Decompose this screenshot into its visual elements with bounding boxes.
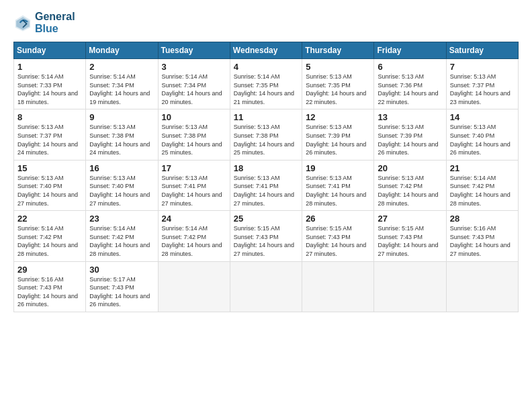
day-info: Sunrise: 5:13 AMSunset: 7:39 PMDaylight:… (306, 123, 370, 156)
day-number: 3 (162, 62, 226, 72)
table-row: 19Sunrise: 5:13 AMSunset: 7:41 PMDayligh… (302, 160, 374, 210)
table-row: 7Sunrise: 5:13 AMSunset: 7:37 PMDaylight… (446, 59, 518, 109)
day-number: 27 (378, 214, 442, 224)
day-number: 2 (89, 62, 154, 72)
table-row: 8Sunrise: 5:13 AMSunset: 7:37 PMDaylight… (14, 109, 86, 160)
day-info: Sunrise: 5:16 AMSunset: 7:43 PMDaylight:… (450, 224, 515, 258)
day-number: 23 (89, 214, 154, 224)
day-number: 24 (162, 214, 226, 224)
day-number: 26 (306, 214, 370, 224)
day-info: Sunrise: 5:13 AMSunset: 7:38 PMDaylight:… (234, 123, 298, 156)
col-sunday: Sunday (14, 42, 86, 59)
col-tuesday: Tuesday (158, 42, 230, 59)
table-row: 12Sunrise: 5:13 AMSunset: 7:39 PMDayligh… (302, 109, 374, 160)
header: General Blue (13, 11, 519, 35)
logo-icon (13, 13, 32, 32)
day-info: Sunrise: 5:13 AMSunset: 7:36 PMDaylight:… (378, 73, 442, 106)
table-row: 28Sunrise: 5:16 AMSunset: 7:43 PMDayligh… (446, 211, 518, 261)
day-info: Sunrise: 5:14 AMSunset: 7:42 PMDaylight:… (162, 224, 226, 258)
day-info: Sunrise: 5:13 AMSunset: 7:40 PMDaylight:… (450, 123, 515, 156)
col-monday: Monday (86, 42, 158, 59)
table-row: 20Sunrise: 5:13 AMSunset: 7:42 PMDayligh… (374, 160, 446, 210)
table-row (158, 261, 230, 312)
table-row (374, 261, 446, 312)
day-number: 17 (162, 163, 226, 173)
table-row (446, 261, 518, 312)
day-info: Sunrise: 5:13 AMSunset: 7:39 PMDaylight:… (378, 123, 442, 156)
table-row: 17Sunrise: 5:13 AMSunset: 7:41 PMDayligh… (158, 160, 230, 210)
day-number: 16 (89, 163, 154, 173)
day-number: 6 (378, 62, 442, 72)
day-info: Sunrise: 5:13 AMSunset: 7:40 PMDaylight:… (89, 174, 154, 208)
day-info: Sunrise: 5:13 AMSunset: 7:41 PMDaylight:… (306, 174, 370, 208)
col-friday: Friday (374, 42, 446, 59)
table-row (302, 261, 374, 312)
day-number: 5 (306, 62, 370, 72)
day-number: 7 (450, 62, 515, 72)
day-number: 11 (234, 112, 298, 122)
col-wednesday: Wednesday (230, 42, 302, 59)
day-info: Sunrise: 5:13 AMSunset: 7:35 PMDaylight:… (306, 73, 370, 106)
table-row: 27Sunrise: 5:15 AMSunset: 7:43 PMDayligh… (374, 211, 446, 261)
day-number: 12 (306, 112, 370, 122)
day-number: 13 (378, 112, 442, 122)
day-number: 19 (306, 163, 370, 173)
table-row: 2Sunrise: 5:14 AMSunset: 7:34 PMDaylight… (86, 59, 158, 109)
logo-text: General Blue (35, 11, 75, 35)
table-row: 30Sunrise: 5:17 AMSunset: 7:43 PMDayligh… (86, 261, 158, 312)
table-row: 15Sunrise: 5:13 AMSunset: 7:40 PMDayligh… (14, 160, 86, 210)
day-info: Sunrise: 5:14 AMSunset: 7:34 PMDaylight:… (162, 73, 226, 106)
day-number: 30 (89, 265, 154, 275)
day-info: Sunrise: 5:15 AMSunset: 7:43 PMDaylight:… (378, 224, 442, 258)
day-number: 1 (17, 62, 82, 72)
day-number: 22 (17, 214, 82, 224)
col-thursday: Thursday (302, 42, 374, 59)
day-number: 28 (450, 214, 515, 224)
calendar-header-row: Sunday Monday Tuesday Wednesday Thursday… (14, 42, 519, 59)
day-number: 25 (234, 214, 298, 224)
day-info: Sunrise: 5:13 AMSunset: 7:40 PMDaylight:… (17, 174, 82, 208)
day-number: 14 (450, 112, 515, 122)
table-row: 14Sunrise: 5:13 AMSunset: 7:40 PMDayligh… (446, 109, 518, 160)
day-info: Sunrise: 5:14 AMSunset: 7:42 PMDaylight:… (450, 174, 515, 208)
page: General Blue Sunday Monday Tuesday Wedne… (0, 0, 532, 411)
day-info: Sunrise: 5:14 AMSunset: 7:42 PMDaylight:… (17, 224, 82, 258)
table-row: 23Sunrise: 5:14 AMSunset: 7:42 PMDayligh… (86, 211, 158, 261)
table-row: 21Sunrise: 5:14 AMSunset: 7:42 PMDayligh… (446, 160, 518, 210)
table-row (230, 261, 302, 312)
logo: General Blue (13, 11, 75, 35)
day-info: Sunrise: 5:13 AMSunset: 7:42 PMDaylight:… (378, 174, 442, 208)
day-number: 20 (378, 163, 442, 173)
day-number: 10 (162, 112, 226, 122)
table-row: 9Sunrise: 5:13 AMSunset: 7:38 PMDaylight… (86, 109, 158, 160)
day-info: Sunrise: 5:14 AMSunset: 7:42 PMDaylight:… (89, 224, 154, 258)
table-row: 11Sunrise: 5:13 AMSunset: 7:38 PMDayligh… (230, 109, 302, 160)
day-info: Sunrise: 5:17 AMSunset: 7:43 PMDaylight:… (89, 275, 154, 309)
table-row: 16Sunrise: 5:13 AMSunset: 7:40 PMDayligh… (86, 160, 158, 210)
day-info: Sunrise: 5:13 AMSunset: 7:38 PMDaylight:… (89, 123, 154, 156)
table-row: 29Sunrise: 5:16 AMSunset: 7:43 PMDayligh… (14, 261, 86, 312)
table-row: 18Sunrise: 5:13 AMSunset: 7:41 PMDayligh… (230, 160, 302, 210)
table-row: 4Sunrise: 5:14 AMSunset: 7:35 PMDaylight… (230, 59, 302, 109)
day-number: 9 (89, 112, 154, 122)
day-number: 29 (17, 265, 82, 275)
day-number: 15 (17, 163, 82, 173)
table-row: 13Sunrise: 5:13 AMSunset: 7:39 PMDayligh… (374, 109, 446, 160)
day-info: Sunrise: 5:13 AMSunset: 7:41 PMDaylight:… (162, 174, 226, 208)
table-row: 1Sunrise: 5:14 AMSunset: 7:33 PMDaylight… (14, 59, 86, 109)
day-number: 21 (450, 163, 515, 173)
table-row: 26Sunrise: 5:15 AMSunset: 7:43 PMDayligh… (302, 211, 374, 261)
day-info: Sunrise: 5:13 AMSunset: 7:37 PMDaylight:… (17, 123, 82, 156)
col-saturday: Saturday (446, 42, 518, 59)
day-info: Sunrise: 5:14 AMSunset: 7:35 PMDaylight:… (234, 73, 298, 106)
day-info: Sunrise: 5:15 AMSunset: 7:43 PMDaylight:… (306, 224, 370, 258)
day-info: Sunrise: 5:16 AMSunset: 7:43 PMDaylight:… (17, 275, 82, 309)
day-number: 18 (234, 163, 298, 173)
day-info: Sunrise: 5:15 AMSunset: 7:43 PMDaylight:… (234, 224, 298, 258)
table-row: 22Sunrise: 5:14 AMSunset: 7:42 PMDayligh… (14, 211, 86, 261)
table-row: 6Sunrise: 5:13 AMSunset: 7:36 PMDaylight… (374, 59, 446, 109)
day-number: 4 (234, 62, 298, 72)
day-info: Sunrise: 5:13 AMSunset: 7:41 PMDaylight:… (234, 174, 298, 208)
day-info: Sunrise: 5:13 AMSunset: 7:37 PMDaylight:… (450, 73, 515, 106)
table-row: 25Sunrise: 5:15 AMSunset: 7:43 PMDayligh… (230, 211, 302, 261)
